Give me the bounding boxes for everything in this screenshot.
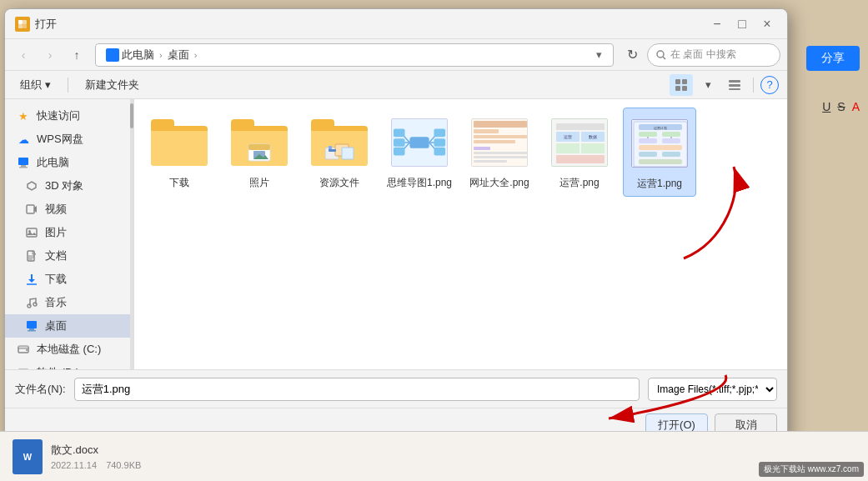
help-button[interactable]: ? [760,76,779,94]
file-item-downloads[interactable]: 下载 [143,108,216,197]
folder-icon-downloads [151,119,208,166]
folder-icon-photos [231,119,288,166]
file-item-ops1[interactable]: 运营计划 运营1. [623,108,696,197]
sidebar-item-local-disk[interactable]: 本地磁盘 (C:) [5,338,133,361]
cloud-icon: ☁ [17,133,30,146]
refresh-button[interactable]: ↻ [620,43,644,67]
sidebar-item-3d-objects[interactable]: 3D 对象 [5,174,133,198]
view-dropdown-button[interactable]: ▾ [696,74,720,96]
svg-rect-57 [434,138,445,147]
font-color-icon: A [852,100,860,113]
sidebar-label-music: 音乐 [45,295,67,310]
svg-rect-15 [19,167,28,168]
image-icon [25,226,38,239]
filename-input[interactable] [74,378,640,401]
doc-date: 2022.11.14 [51,460,97,470]
doc-icon: W [13,439,43,474]
svg-point-4 [657,51,664,58]
svg-rect-73 [474,156,527,158]
svg-point-37 [26,349,28,351]
sidebar-item-wps-cloud[interactable]: ☁ WPS网盘 [5,128,133,151]
crumb-separator-2: › [194,50,198,60]
breadcrumb: 此电脑 › 桌面 › [103,46,197,64]
sidebar-label-this-pc: 此电脑 [37,155,69,170]
svg-marker-28 [28,279,35,283]
dialog-title: 打开 [35,17,57,32]
close-button[interactable]: × [757,14,777,34]
filetype-select[interactable]: Image Files(*.tiff;*.pjp;*.jfif;*. [648,378,777,401]
svg-rect-33 [29,328,34,330]
file-item-resources[interactable]: 资源文件 [303,108,376,197]
svg-rect-44 [248,144,270,150]
desktop-icon [25,319,38,333]
sidebar-item-software-disk[interactable]: 软件 (D:) [5,361,133,369]
file-content[interactable]: 下载 [134,99,787,369]
svg-rect-49 [342,148,354,159]
svg-rect-8 [675,86,680,91]
forward-button[interactable]: › [38,43,62,67]
bottom-bar: 文件名(N): Image Files(*.tiff;*.pjp;*.jfif;… [5,369,787,408]
file-label-resources: 资源文件 [319,176,359,190]
file-item-weblinks[interactable]: 网址大全.png [463,108,536,197]
svg-rect-65 [394,148,405,156]
maximize-button[interactable]: □ [732,14,752,34]
view-separator [753,78,754,93]
sidebar-item-downloads[interactable]: 下载 [5,268,133,291]
svg-rect-63 [394,138,405,147]
back-button[interactable]: ‹ [12,43,35,67]
file-item-mindmap[interactable]: 思维导图1.png [383,108,456,197]
sidebar-item-documents[interactable]: 文档 [5,244,133,268]
minimize-button[interactable]: − [707,14,727,34]
file-label-weblinks: 网址大全.png [469,176,529,190]
new-folder-button[interactable]: 新建文件夹 [78,74,146,96]
sidebar-item-music[interactable]: 音乐 [5,291,133,314]
svg-rect-69 [474,135,527,138]
share-button[interactable]: 分享 [806,46,860,71]
search-box[interactable]: 在 桌面 中搜索 [647,43,780,67]
sidebar-item-desktop[interactable]: 桌面 [5,314,133,338]
svg-rect-94 [662,152,680,157]
sidebar-item-video[interactable]: 视频 [5,198,133,221]
file-label-mindmap: 思维导图1.png [387,176,452,190]
breadcrumb-pc[interactable]: 此电脑 [103,46,158,64]
svg-rect-12 [729,88,740,90]
file-label-downloads: 下载 [169,176,189,190]
svg-rect-72 [474,152,527,154]
file-item-photos[interactable]: 照片 [223,108,296,197]
sidebar-item-images[interactable]: 图片 [5,221,133,244]
sidebar-item-quick-access[interactable]: ★ 快速访问 [5,104,133,128]
address-dropdown[interactable]: ▾ [591,48,606,63]
organize-label: 组织 [20,78,42,93]
svg-rect-53 [409,137,429,148]
svg-rect-68 [474,129,499,133]
sidebar-label-desktop: 桌面 [45,318,67,333]
svg-text:数据: 数据 [589,134,597,139]
breadcrumb-desktop[interactable]: 桌面 [164,46,193,64]
svg-rect-91 [662,138,680,143]
svg-rect-67 [474,121,527,128]
svg-rect-81 [556,155,605,163]
file-thumb-ops: 运营 数据 [549,113,610,173]
search-icon [656,50,666,60]
doc-name: 散文.docx [51,443,141,458]
svg-marker-21 [27,232,37,235]
file-item-ops[interactable]: 运营 数据 运营.png [543,108,616,197]
organize-button[interactable]: 组织 ▾ [13,74,58,96]
sidebar-label-3d: 3D 对象 [45,178,83,193]
star-icon: ★ [17,109,30,123]
view-list-button[interactable] [723,74,746,96]
navigation-bar: ‹ › ↑ 此电脑 › 桌面 › ▾ ↻ 在 桌面 中搜索 [5,39,787,71]
address-bar[interactable]: 此电脑 › 桌面 › ▾ [95,43,614,67]
up-button[interactable]: ↑ [65,43,88,67]
view-large-icon-button[interactable] [670,74,693,96]
sidebar-label-quick-access: 快速访问 [37,108,80,123]
svg-text:运营: 运营 [564,134,572,139]
file-label-ops1: 运营1.png [637,177,682,191]
file-label-ops: 运营.png [559,176,599,190]
file-thumb-resources [309,113,369,173]
sidebar-item-this-pc[interactable]: 此电脑 [5,151,133,174]
svg-rect-80 [581,143,605,153]
toolbar: 组织 ▾ 新建文件夹 ▾ ? [5,71,787,99]
file-thumb-weblinks [469,113,529,173]
svg-rect-51 [329,149,336,152]
